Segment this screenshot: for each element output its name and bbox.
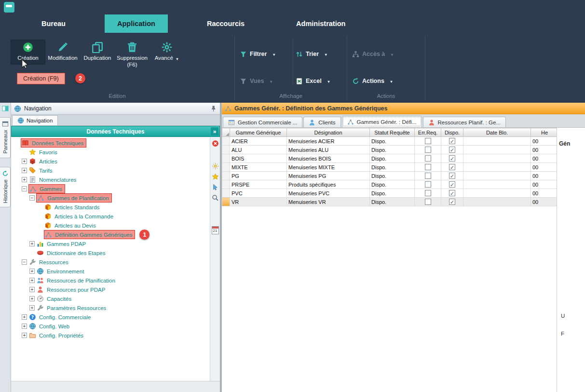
ribbon-tab-raccourcis[interactable]: Raccourcis (194, 14, 257, 33)
checkbox-err-req[interactable] (425, 147, 431, 153)
tree-item-favoris[interactable]: Favoris (11, 148, 210, 157)
cell-statut[interactable]: Dispo. (370, 189, 415, 198)
tree-item-definition-gammes-generiques[interactable]: Définition Gammes Génériques1 (11, 230, 210, 239)
grid-row-alu[interactable]: ALUMenuiseries ALUDispo.✓00 (222, 146, 558, 154)
panels-icon[interactable] (1, 105, 9, 112)
tree-item-environnement[interactable]: +Environnement (11, 267, 210, 276)
cell-date-blo[interactable] (463, 180, 531, 189)
document-tab-gammes-gener-defi[interactable]: Gammes Génér. : Défi... (342, 116, 422, 127)
checkbox-dispo[interactable]: ✓ (449, 173, 455, 179)
cell-gamme[interactable]: VR (230, 198, 287, 206)
cell-designation[interactable]: Menuiseries MIXTE (287, 163, 370, 172)
tree-expander[interactable]: − (22, 259, 27, 265)
tree-item-ressources-pour-pdap[interactable]: +Ressources pour PDAP (11, 285, 210, 294)
tree-expander[interactable]: + (29, 241, 35, 246)
tree-expander[interactable]: + (29, 296, 35, 301)
tree-expander[interactable]: + (29, 278, 35, 283)
cell-date-blo[interactable] (463, 198, 531, 206)
cell-gamme[interactable]: PRSPE (230, 180, 287, 189)
button-acces-a[interactable]: Accès à▼ (352, 51, 424, 58)
grid-column-header-statut-requete[interactable]: Statut Requête (370, 128, 415, 137)
cell-designation[interactable]: Menuiseries ALU (287, 146, 370, 154)
checkbox-dispo[interactable]: ✓ (449, 138, 455, 144)
tree-expander[interactable]: + (29, 305, 35, 311)
calendar-icon[interactable]: 21 (212, 226, 219, 234)
cell-date-blo[interactable] (463, 154, 531, 163)
pointer-icon[interactable] (212, 184, 219, 191)
cell-statut[interactable]: Dispo. (370, 180, 415, 189)
side-tab-panneaux[interactable]: Panneaux (0, 117, 11, 158)
cell-gamme[interactable]: MIXTE (230, 163, 287, 172)
cell-he[interactable]: 00 (531, 146, 558, 154)
cell-gamme[interactable]: ACIER (230, 137, 287, 146)
tree-item-tarifs[interactable]: +Tarifs (11, 166, 210, 175)
cell-date-blo[interactable] (463, 189, 531, 198)
grid-column-header-designation[interactable]: Désignation (287, 128, 370, 137)
grid-row-prspe[interactable]: PRSPEProduits spécifiquesDispo.✓00 (222, 180, 558, 189)
cell-he[interactable]: 00 (531, 189, 558, 198)
row-selector[interactable] (222, 137, 230, 146)
tree-expander[interactable]: + (22, 159, 27, 164)
button-duplication[interactable]: Duplication (80, 40, 115, 65)
grid-row-acier[interactable]: ACIERMenuiseries ACIERDispo.✓00 (222, 137, 558, 146)
row-selector[interactable] (222, 146, 230, 154)
grid-row-pg[interactable]: PGMenuiseries PGDispo.✓00 (222, 172, 558, 180)
cell-statut[interactable]: Dispo. (370, 198, 415, 206)
cell-statut[interactable]: Dispo. (370, 163, 415, 172)
cell-designation[interactable]: Menuiseries PG (287, 172, 370, 180)
button-suppression-f6[interactable]: Suppression (F6) (115, 40, 150, 71)
grid-column-header-he[interactable]: He (531, 128, 558, 137)
cell-he[interactable]: 00 (531, 172, 558, 180)
tree-item-donnees-techniques[interactable]: Données Techniques (11, 138, 210, 148)
tree-item-gammes-pdap[interactable]: +Gammes PDAP (11, 239, 210, 248)
cell-he[interactable]: 00 (531, 198, 558, 206)
checkbox-dispo[interactable]: ✓ (449, 147, 455, 153)
tree-item-articles-au-devis[interactable]: Articles au Devis (11, 221, 210, 230)
ribbon-tab-bureau[interactable]: Bureau (29, 14, 78, 33)
tree-item-ressources-de-planification[interactable]: +Ressources de Planification (11, 276, 210, 285)
tree-item-ressources[interactable]: −Ressources (11, 257, 210, 267)
grid-column-header-gamme-generique[interactable]: Gamme Générique (230, 128, 287, 137)
checkbox-err-req[interactable] (425, 164, 431, 170)
app-icon[interactable] (4, 2, 14, 13)
checkbox-err-req[interactable] (425, 173, 431, 179)
grid-column-header-dispo[interactable]: Dispo. (441, 128, 463, 137)
grid-column-header-err-req[interactable]: Err.Req. (415, 128, 441, 137)
cell-he[interactable]: 00 (531, 137, 558, 146)
row-selector[interactable] (222, 180, 230, 189)
ribbon-tab-administration[interactable]: Administration (284, 14, 358, 33)
cell-gamme[interactable]: ALU (230, 146, 287, 154)
tree-item-config-web[interactable]: +Config. Web (11, 322, 210, 331)
checkbox-dispo[interactable]: ✓ (449, 155, 455, 162)
navigation-tab[interactable]: Navigation (12, 115, 58, 125)
close-icon[interactable] (212, 140, 219, 147)
tree-item-config-commerciale[interactable]: +?Config. Commerciale (11, 312, 210, 322)
cell-designation[interactable]: Menuiseries PVC (287, 189, 370, 198)
tree-expander[interactable]: − (22, 186, 27, 191)
cell-statut[interactable]: Dispo. (370, 137, 415, 146)
document-tab-ressources-planif-ge[interactable]: Ressources Planif. : Ge... (423, 117, 506, 127)
button-actions[interactable]: Actions▼ (352, 78, 424, 85)
document-tab-gestion-commerciale[interactable]: Gestion Commerciale ... (223, 117, 302, 127)
checkbox-err-req[interactable] (425, 190, 431, 196)
cell-gamme[interactable]: BOIS (230, 154, 287, 163)
pin-icon[interactable] (210, 105, 217, 112)
button-avance[interactable]: Avancé▼ (150, 40, 184, 65)
button-filtrer[interactable]: Filtrer▼ (240, 51, 296, 58)
cell-statut[interactable]: Dispo. (370, 146, 415, 154)
cell-designation[interactable]: Menuiseries ACIER (287, 137, 370, 146)
grid-row-mixte[interactable]: MIXTEMenuiseries MIXTEDispo.✓00 (222, 163, 558, 172)
grid-row-vr[interactable]: VRMenuiseries VRDispo.✓00 (222, 198, 558, 206)
tree-item-articles-a-la-commande[interactable]: Articles à la Commande (11, 212, 210, 221)
cell-designation[interactable]: Produits spécifiques (287, 180, 370, 189)
checkbox-dispo[interactable]: ✓ (449, 190, 455, 196)
row-selector[interactable] (222, 189, 230, 198)
tree-item-gammes-de-planification[interactable]: −Gammes de Planification (11, 193, 210, 203)
grid-corner-cell[interactable] (222, 128, 230, 137)
tree-item-config-proprietes[interactable]: +Config. Propriétés (11, 331, 210, 340)
tree-item-dictionnaire-des-etapes[interactable]: Dictionnaire des Etapes (11, 248, 210, 257)
button-excel[interactable]: Excel▼ (296, 78, 340, 85)
tree-item-articles-standards[interactable]: Articles Standards (11, 203, 210, 212)
cell-date-blo[interactable] (463, 163, 531, 172)
cell-he[interactable]: 00 (531, 180, 558, 189)
